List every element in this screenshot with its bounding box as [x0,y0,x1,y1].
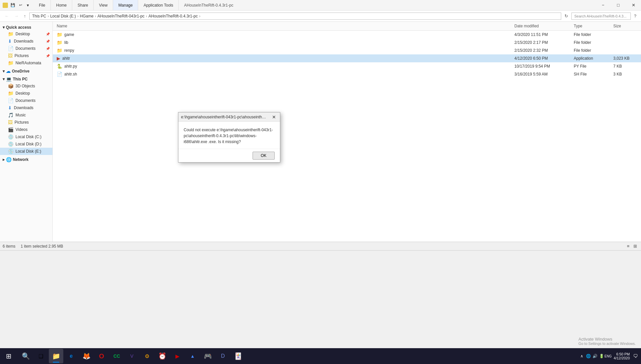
opera-icon: O [97,351,106,361]
taskview-icon: ❑ [36,351,46,361]
tray-lang[interactable]: ENG [605,353,611,359]
dialog-close-button[interactable]: ✕ [271,115,277,119]
tray-volume[interactable]: 🔊 [592,353,598,359]
discord-icon: D [218,351,228,361]
taskbar-game[interactable]: 🃏 [231,349,245,363]
tray-expand[interactable]: ∧ [579,353,585,359]
taskbar-app4[interactable]: ▲ [185,349,200,363]
taskbar-ccleaner[interactable]: CC [109,349,124,363]
dialog-overlay: e:\hgame\ahouseintherift-043r1-pc\ahouse… [0,0,641,364]
ccleaner-icon: CC [112,351,121,361]
app1-icon: ⚙ [142,351,152,361]
taskbar-app1[interactable]: ⚙ [140,349,154,363]
clock-time: 6:50 PM [614,352,630,356]
notification-icon[interactable]: 🗨 [632,353,638,359]
firefox-icon: 🦊 [82,351,91,361]
taskbar-right: ∧ 🌐 🔊 🔋 ENG 6:50 PM 4/12/2020 🗨 [576,352,641,360]
tray-battery[interactable]: 🔋 [598,353,604,359]
search-icon: 🔍 [21,351,30,361]
clock-date: 4/12/2020 [614,356,630,360]
clock-app-icon: ⏰ [158,351,167,361]
app5-icon: 🎮 [203,351,212,361]
taskbar-clock-app[interactable]: ⏰ [155,349,169,363]
taskbar-edge[interactable]: e [64,349,78,363]
start-button[interactable]: ⊞ [0,348,17,364]
taskbar: ⊞ 🔍 ❑ 📁 e 🦊 O CC V ⚙ ⏰ [0,348,641,364]
dialog-title-bar: e:\hgame\ahouseintherift-043r1-pc\ahouse… [178,112,280,122]
explorer-icon: 📁 [51,351,61,361]
taskbar-search[interactable]: 🔍 [18,349,33,363]
tray-network[interactable]: 🌐 [585,353,591,359]
taskbar-clock[interactable]: 6:50 PM 4/12/2020 [612,352,631,360]
dialog-ok-button[interactable]: OK [253,152,275,160]
dialog-title-text: e:\hgame\ahouseintherift-043r1-pc\ahouse… [181,115,268,119]
dialog-message: Could not execute e:\hgame\ahouseintheri… [184,128,273,144]
dialog-body: Could not execute e:\hgame\ahouseintheri… [178,122,280,149]
system-tray: ∧ 🌐 🔊 🔋 ENG [579,353,611,359]
dialog-footer: OK [178,149,280,162]
game-icon: 🃏 [233,351,243,361]
taskbar-items: 🔍 ❑ 📁 e 🦊 O CC V ⚙ ⏰ ▶ [17,348,576,364]
start-icon: ⊞ [6,352,12,360]
error-dialog: e:\hgame\ahouseintherift-043r1-pc\ahouse… [178,112,280,163]
vpn-icon: V [127,351,137,361]
taskbar-discord[interactable]: D [216,349,230,363]
taskbar-app3[interactable]: ▶ [170,349,185,363]
taskbar-opera[interactable]: O [94,349,109,363]
app3-icon: ▶ [173,351,182,361]
taskbar-vpn[interactable]: V [125,349,139,363]
taskbar-firefox[interactable]: 🦊 [79,349,94,363]
edge-icon: e [67,351,76,361]
app4-icon: ▲ [188,351,197,361]
taskbar-taskview[interactable]: ❑ [34,349,48,363]
taskbar-app5[interactable]: 🎮 [200,349,215,363]
taskbar-explorer[interactable]: 📁 [49,349,63,363]
